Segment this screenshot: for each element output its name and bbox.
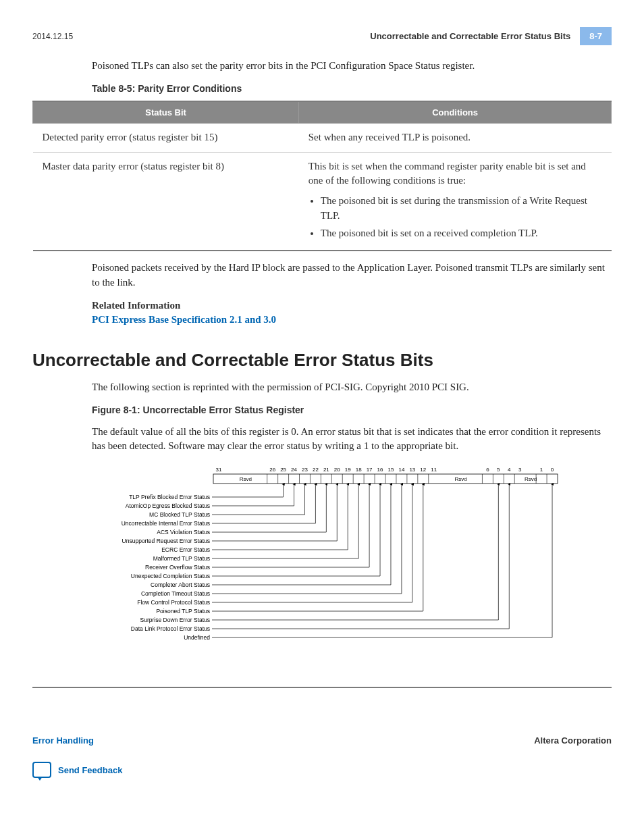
table-cell: Detected parity error (status register b… (33, 123, 299, 152)
svg-text:Receiver Overflow Status: Receiver Overflow Status (145, 564, 210, 571)
svg-text:3: 3 (518, 467, 522, 473)
related-info-heading: Related Information (92, 300, 612, 311)
svg-text:Undefined: Undefined (184, 634, 210, 641)
svg-text:15: 15 (388, 467, 394, 473)
header-date: 2014.12.15 (32, 32, 73, 41)
svg-text:Unsupported Request Error Stat: Unsupported Request Error Status (122, 538, 210, 544)
svg-text:ACS Violation Status: ACS Violation Status (157, 529, 210, 536)
svg-text:Surprise Down Error Status: Surprise Down Error Status (140, 617, 210, 623)
related-info-link[interactable]: PCI Express Base Specification 2.1 and 3… (92, 314, 612, 325)
section-heading: Uncorrectable and Correctable Error Stat… (32, 350, 612, 371)
svg-text:0: 0 (551, 467, 554, 473)
list-item: The poisoned bit is set during the trans… (321, 194, 602, 224)
svg-text:ECRC Error Status: ECRC Error Status (161, 546, 210, 553)
svg-text:14: 14 (398, 467, 404, 473)
svg-text:19: 19 (345, 467, 351, 473)
table-row: Detected parity error (status register b… (33, 123, 612, 152)
svg-text:25: 25 (280, 467, 286, 473)
svg-text:16: 16 (377, 467, 383, 473)
svg-text:5: 5 (497, 467, 500, 473)
svg-text:Uncorrectable Internal Error S: Uncorrectable Internal Error Status (122, 520, 210, 527)
page-footer: Error Handling Altera Corporation (32, 735, 612, 746)
svg-text:21: 21 (323, 467, 329, 473)
svg-text:MC Blocked TLP Status: MC Blocked TLP Status (149, 511, 210, 518)
svg-text:20: 20 (334, 467, 340, 473)
table-row: Master data parity error (status registe… (33, 152, 612, 251)
svg-text:Unexpected Completion Status: Unexpected Completion Status (131, 573, 210, 579)
svg-text:31: 31 (216, 467, 222, 473)
footer-company: Altera Corporation (534, 735, 612, 746)
header-page-number: 8-7 (580, 27, 612, 45)
svg-text:13: 13 (409, 467, 415, 473)
svg-text:11: 11 (431, 467, 437, 473)
table-cell: This bit is set when the command registe… (299, 152, 612, 251)
svg-text:Completion Timeout Status: Completion Timeout Status (141, 590, 210, 597)
svg-text:Rsvd: Rsvd (454, 476, 466, 482)
table-caption: Table 8-5: Parity Error Conditions (92, 83, 612, 94)
page-header: 2014.12.15 Uncorrectable and Correctable… (32, 27, 612, 45)
list-item: The poisoned bit is set on a received co… (321, 226, 602, 241)
parity-error-table: Status Bit Conditions Detected parity er… (32, 101, 612, 252)
send-feedback-link[interactable]: Send Feedback (32, 762, 612, 778)
svg-text:12: 12 (420, 467, 426, 473)
svg-text:1: 1 (540, 467, 543, 473)
paragraph: Poisoned packets received by the Hard IP… (32, 261, 612, 290)
svg-text:4: 4 (508, 467, 511, 473)
footer-chapter-link[interactable]: Error Handling (32, 735, 94, 746)
svg-text:TLP Prefix Blocked Error Statu: TLP Prefix Blocked Error Status (129, 494, 210, 500)
cell-intro: This bit is set when the command registe… (308, 161, 586, 186)
header-right: Uncorrectable and Correctable Error Stat… (360, 27, 612, 45)
table-header-conditions: Conditions (299, 101, 612, 124)
svg-text:Data Link Protocol Error Statu: Data Link Protocol Error Status (131, 625, 210, 632)
feedback-icon (32, 762, 51, 778)
figure-caption: Figure 8-1: Uncorrectable Error Status R… (92, 405, 612, 415)
svg-text:Flow Control Protocol Status: Flow Control Protocol Status (137, 599, 210, 606)
svg-text:23: 23 (302, 467, 308, 473)
header-section-title: Uncorrectable and Correctable Error Stat… (360, 27, 580, 45)
svg-text:AtomicOp Egress Blocked Status: AtomicOp Egress Blocked Status (126, 502, 210, 509)
feedback-label: Send Feedback (58, 765, 122, 775)
svg-text:18: 18 (356, 467, 362, 473)
paragraph: The default value of all the bits of thi… (32, 425, 612, 454)
paragraph: The following section is reprinted with … (32, 380, 612, 395)
figure-register-diagram: 3126252423222120191817161514131211654310… (32, 463, 612, 688)
svg-text:Malformed TLP Status: Malformed TLP Status (153, 555, 210, 562)
table-cell: Master data parity error (status registe… (33, 152, 299, 251)
svg-text:Poisoned TLP Status: Poisoned TLP Status (156, 608, 210, 615)
svg-text:6: 6 (486, 467, 489, 473)
paragraph: Poisoned TLPs can also set the parity er… (32, 59, 612, 74)
table-header-statusbit: Status Bit (33, 101, 299, 124)
svg-text:Rsvd: Rsvd (240, 476, 252, 482)
svg-text:24: 24 (291, 467, 297, 473)
table-cell: Set when any received TLP is poisoned. (299, 123, 612, 152)
svg-text:26: 26 (269, 467, 275, 473)
svg-text:22: 22 (313, 467, 319, 473)
svg-text:Rsvd: Rsvd (525, 476, 537, 482)
svg-text:Completer Abort Status: Completer Abort Status (151, 581, 210, 588)
svg-text:17: 17 (367, 467, 373, 473)
